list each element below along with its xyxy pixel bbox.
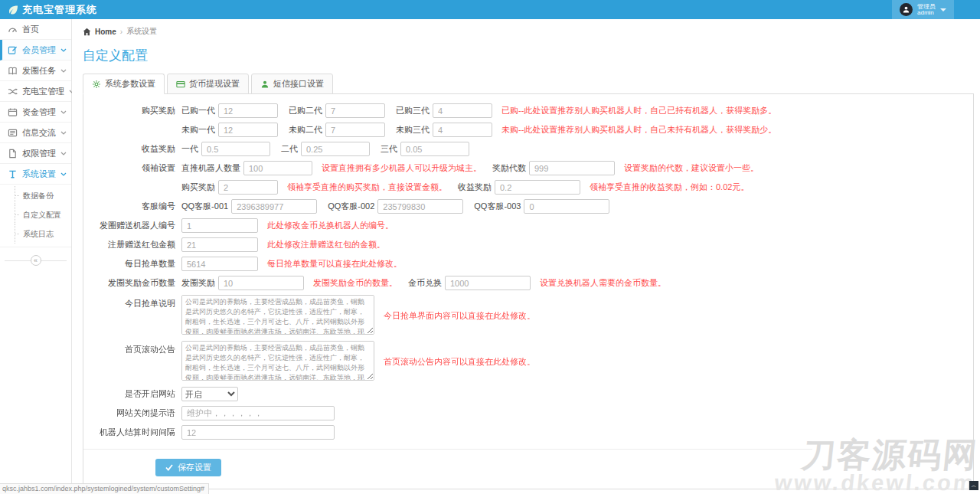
form-label: 机器人结算时间间隔 [83,427,181,438]
form-row-circle-gold: 发圈奖励金币数量 发圈奖励 发圈奖励金币的数量。 金币兑换 设置兑换机器人需要的… [83,276,973,290]
breadcrumb-separator: › [120,28,122,36]
direct-robot-count-input[interactable] [243,161,312,175]
reward-generations-input[interactable] [529,161,615,175]
sidebar-item-permissions[interactable]: 权限管理 [0,143,71,164]
tab-label: 货币提现设置 [189,78,240,90]
sidebar-item-funds[interactable]: 资金管理 [0,102,71,123]
form-row-buy-unowned: 未购一代 未购二代 未购三代 未购--此处设置推荐别人购买机器人时，自己未持有机… [83,123,973,137]
sidebar-item-label: 系统设置 [22,168,56,180]
form-row-home-notice: 首页滚动公告 公司是武冈的养鹅场，主要经营成品鹅，成品苗类鱼，铜鹅是武冈历史悠久… [83,341,973,381]
unowned-gen3-input[interactable] [433,123,492,137]
brand-title: 充电宝管理系统 [22,3,97,17]
qq-service-1-input[interactable] [231,199,317,214]
form-row-redpacket: 注册赠送红包金额 此处修改注册赠送红包的金额。 [83,237,973,252]
income-gen1-input[interactable] [201,142,270,156]
sidebar-item-messages[interactable]: 信息交流 [0,123,71,143]
form-label: 收益奖励 [83,143,181,155]
sidebar: 首页 会员管理 发圈任务 充电宝管理 [0,19,72,494]
gold-exchange-input[interactable] [445,276,531,290]
sidebar-item-label: 首页 [22,24,39,35]
leader-buy-reward-input[interactable] [218,180,278,195]
unowned-gen1-input[interactable] [218,123,278,137]
submenu-item-backup[interactable]: 数据备份 [0,186,71,205]
help-note: 此处修改金币兑换机器人的编号。 [267,220,394,231]
sidebar-item-powerbank[interactable]: 充电宝管理 [0,81,71,102]
help-note: 每日抢单数量可以直接在此处修改。 [267,258,402,270]
field-label: 金币兑换 [408,277,442,289]
qq-service-3-input[interactable] [524,199,609,214]
sidebar-collapse: « [0,255,71,266]
form-row-close-tip: 网站关闭提示语 [83,406,973,420]
owned-gen3-input[interactable] [433,103,492,118]
income-gen3-input[interactable] [400,142,469,156]
tab-currency-withdraw[interactable]: 货币提现设置 [167,74,249,94]
form-label: 发圈赠送机器人编号 [83,220,181,231]
main-content: Home › 系统设置 自定义配置 系统参数设置 货币提现设置 [72,19,980,494]
tab-label: 短信接口设置 [273,78,324,90]
submenu-item-custom-config[interactable]: 自定义配置 [0,205,71,224]
sidebar-item-label: 资金管理 [22,106,56,118]
form-label-spacer [83,183,181,192]
form-label: 每日抢单数量 [83,258,181,270]
tab-content: 购买奖励 已购一代 已购二代 已购三代 已购--此处设置推荐别人购买机器人时，自… [83,94,974,489]
submenu-item-label: 自定义配置 [23,210,61,221]
leaf-icon [8,5,18,15]
qq-service-2-input[interactable] [377,199,463,214]
form-row-site-switch: 是否开启网站 开启 [83,387,973,401]
field-label: 一代 [181,143,198,155]
field-label: QQ客服-001 [181,201,228,212]
status-url: qksc.jahbs1.com/index.php/systemlogined/… [0,483,209,494]
admin-text: 管理员 admin [917,4,936,16]
caret-down-icon [940,8,946,11]
leader-income-reward-input[interactable] [495,180,580,195]
daily-orders-input[interactable] [181,257,258,271]
help-note: 设置兑换机器人需要的金币数量。 [540,277,666,289]
close-tip-input[interactable] [181,406,335,420]
submenu-item-system-log[interactable]: 系统日志 [0,224,71,244]
today-desc-textarea[interactable]: 公司是武冈的养鹅场，主要经营成品鹅，成品苗类鱼，铜鹅是武冈历史悠久的名特产，它抗… [181,295,374,335]
sidebar-item-label: 会员管理 [22,44,56,56]
field-label: 三代 [381,143,397,155]
home-notice-textarea[interactable]: 公司是武冈的养鹅场，主要经营成品鹅，成品苗类鱼，铜鹅是武冈历史悠久的名特产，它抗… [181,341,374,381]
book-icon [8,66,18,76]
site-switch-select[interactable]: 开启 [181,387,238,401]
form-row-leader-1: 领袖设置 直推机器人数量 设置直推拥有多少机器人可以升级为城主。 奖励代数 设置… [83,161,973,175]
help-note: 今日抢单界面内容可以直接在此处修改。 [384,310,535,322]
field-label: 购买奖励 [181,182,215,193]
help-note: 发圈奖励金币的数量。 [313,277,397,289]
sidebar-item-members[interactable]: 会员管理 [0,40,71,61]
register-redpacket-input[interactable] [181,237,258,252]
circle-reward-input[interactable] [218,276,304,290]
form-row-service: 客服编号 QQ客服-001 QQ客服-002 QQ客服-003 [83,199,973,214]
submenu-item-label: 数据备份 [23,191,54,201]
back-to-top-button[interactable]: ︿ [969,481,978,490]
sidebar-item-home[interactable]: 首页 [0,19,71,40]
breadcrumb-current: 系统设置 [126,26,157,37]
top-navbar: 充电宝管理系统 管理员 admin [0,0,980,19]
owned-gen1-input[interactable] [218,103,278,118]
form-label: 购买奖励 [83,105,181,116]
admin-menu[interactable]: 管理员 admin [892,0,954,19]
help-note: 未购--此处设置推荐别人购买机器人时，自己未持有机器人，获得奖励少。 [501,124,776,136]
settle-interval-input[interactable] [181,425,335,440]
gift-robot-no-input[interactable] [181,218,258,233]
form-label-spacer [83,126,181,135]
owned-gen2-input[interactable] [325,103,385,118]
save-button[interactable]: 保存设置 [155,459,221,476]
field-label: 收益奖励 [458,182,492,193]
sidebar-item-label: 信息交流 [22,127,56,139]
income-gen2-input[interactable] [301,142,370,156]
chevron-down-icon [60,172,67,176]
collapse-arrow-icon[interactable]: « [31,255,41,266]
field-label: 未购三代 [396,124,430,136]
unowned-gen2-input[interactable] [325,123,385,137]
sidebar-item-label: 发圈任务 [22,65,56,77]
sidebar-item-system[interactable]: 系统设置 [0,164,71,185]
tab-sms-api[interactable]: 短信接口设置 [251,74,333,94]
settings-panel: 系统参数设置 货币提现设置 短信接口设置 购买奖励 [83,74,974,489]
help-note: 此处修改注册赠送红包的金额。 [267,239,385,250]
breadcrumb-home-link[interactable]: Home [95,28,116,36]
sidebar-item-posts[interactable]: 发圈任务 [0,61,71,81]
tab-system-params[interactable]: 系统参数设置 [83,74,165,94]
app-window: 充电宝管理系统 管理员 admin 首页 会员管理 [0,0,980,494]
